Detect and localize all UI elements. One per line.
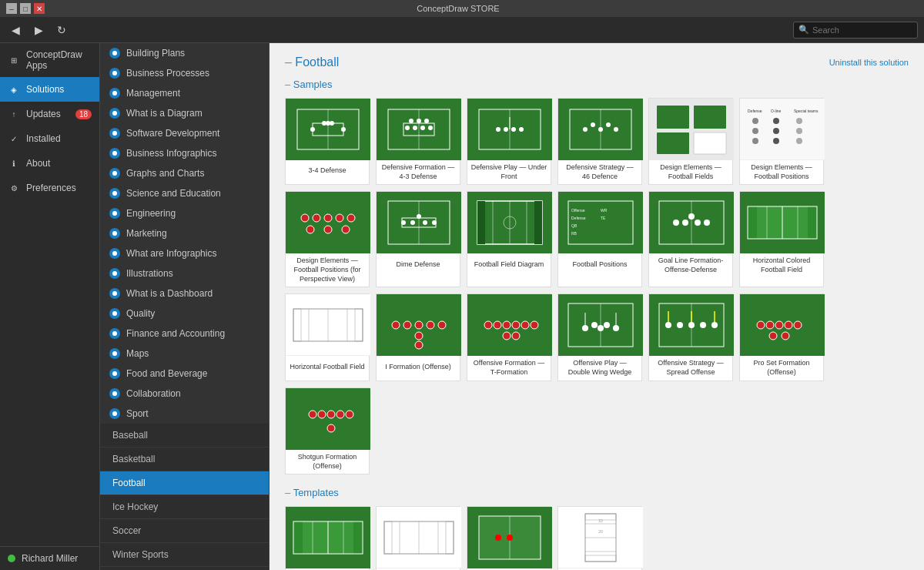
svg-point-45 xyxy=(752,118,758,124)
template-card-1[interactable]: Horizontal Football Field xyxy=(376,506,460,570)
svg-point-151 xyxy=(766,321,774,329)
sidebar-item-updates[interactable]: ↑ Updates 18 xyxy=(0,102,99,126)
sidebar2-marketing[interactable]: Marketing xyxy=(100,223,269,243)
template-card-3[interactable]: 10 20 Simple Vertical Football Field xyxy=(557,506,642,570)
sidebar-item-preferences[interactable]: ⚙ Preferences xyxy=(0,176,99,200)
subitem-chess[interactable]: Chess xyxy=(100,567,269,570)
minimize-button[interactable]: – xyxy=(6,3,17,14)
templates-grid: Horizontal Colored Football Field xyxy=(285,506,909,570)
svg-point-122 xyxy=(503,321,511,329)
circle-icon-9 xyxy=(109,228,120,239)
svg-point-118 xyxy=(415,341,423,349)
maximize-button[interactable]: □ xyxy=(20,3,31,14)
sample-card-8[interactable]: Football Field Diagram xyxy=(467,191,551,287)
circle-icon-12 xyxy=(109,288,120,299)
sidebar2-dashboard[interactable]: What is a Dashboard xyxy=(100,283,269,303)
sample-card-7[interactable]: Dime Defense xyxy=(376,191,460,287)
thumb-11 xyxy=(740,192,825,253)
sample-card-10[interactable]: Goal Line Formation-Offense-Defense xyxy=(648,191,733,287)
svg-point-152 xyxy=(775,321,783,329)
search-input[interactable] xyxy=(812,25,912,35)
sidebar-item-installed[interactable]: ✓ Installed xyxy=(0,126,99,151)
template-card-0[interactable]: Horizontal Colored Football Field xyxy=(285,506,370,570)
label-14: Offensive Formation — T-Formation xyxy=(467,356,551,380)
sidebar2-building-plans[interactable]: Building Plans xyxy=(100,43,269,63)
forward-button[interactable]: ▶ xyxy=(29,21,48,39)
sidebar2-illustrations[interactable]: Illustrations xyxy=(100,263,269,283)
sample-card-15[interactable]: Offensive Play — Double Wing Wedge xyxy=(557,293,642,381)
svg-point-59 xyxy=(347,214,355,222)
sidebar2-finance[interactable]: Finance and Accounting xyxy=(100,324,269,344)
sidebar2-food[interactable]: Food and Beverage xyxy=(100,364,269,384)
sample-card-9[interactable]: Offense Defense QB RB WR TE Football Pos… xyxy=(557,191,642,287)
template-card-2[interactable]: Sideline View Football Field xyxy=(467,506,551,570)
svg-point-113 xyxy=(403,321,411,329)
subitem-basketball[interactable]: Basketball xyxy=(100,448,269,471)
svg-point-52 xyxy=(773,138,779,144)
svg-text:RB: RB xyxy=(571,231,578,236)
sample-card-0[interactable]: 3-4 Defense xyxy=(285,98,370,185)
sample-card-16[interactable]: Offensive Strategy — Spread Offense xyxy=(648,293,733,381)
sidebar2-science[interactable]: Science and Education xyxy=(100,183,269,203)
svg-point-26 xyxy=(519,127,524,132)
sidebar-item-apps[interactable]: ⊞ ConceptDraw Apps xyxy=(0,43,99,77)
sample-card-3[interactable]: Defensive Strategy — 46 Defence xyxy=(557,98,642,185)
svg-point-116 xyxy=(438,321,446,329)
subitem-baseball[interactable]: Baseball xyxy=(100,424,269,448)
thumb-12 xyxy=(286,294,370,356)
svg-point-49 xyxy=(773,128,779,134)
back-button[interactable]: ◀ xyxy=(6,21,25,39)
subitem-soccer[interactable]: Soccer xyxy=(100,519,269,543)
sample-card-13[interactable]: I Formation (Offense) xyxy=(376,293,460,381)
sidebar-item-solutions[interactable]: ◈ Solutions xyxy=(0,77,99,102)
label-0: 3-4 Defense xyxy=(286,160,369,182)
svg-point-32 xyxy=(591,122,595,127)
subitem-winter-sports[interactable]: Winter Sports xyxy=(100,543,269,567)
svg-point-18 xyxy=(417,119,421,123)
sidebar2-what-diagram[interactable]: What is a Diagram xyxy=(100,103,269,123)
sidebar2-sport[interactable]: Sport xyxy=(100,404,269,424)
sidebar2-engineering[interactable]: Engineering xyxy=(100,203,269,223)
sample-card-12[interactable]: Horizontal Football Field xyxy=(285,293,370,381)
svg-point-158 xyxy=(309,411,316,418)
svg-point-57 xyxy=(324,214,332,222)
sidebar2-management[interactable]: Management xyxy=(100,83,269,103)
circle-icon-4 xyxy=(109,128,120,139)
sample-card-6[interactable]: Design Elements — Football Positions (fo… xyxy=(285,191,370,287)
thumb-17 xyxy=(740,294,825,356)
svg-point-161 xyxy=(336,411,344,418)
thumb-18 xyxy=(286,388,370,450)
sidebar2-software[interactable]: Software Development xyxy=(100,123,269,143)
sample-card-5[interactable]: Defense O-line Special teams xyxy=(739,98,824,185)
svg-point-51 xyxy=(752,138,758,144)
sidebar2-graphs[interactable]: Graphs and Charts xyxy=(100,163,269,183)
svg-point-34 xyxy=(606,122,611,127)
subitem-football[interactable]: Football xyxy=(100,471,269,495)
sample-card-1[interactable]: Defensive Formation — 4-3 Defense xyxy=(376,98,460,185)
subitem-ice-hockey[interactable]: Ice Hockey xyxy=(100,495,269,519)
sidebar2-quality[interactable]: Quality xyxy=(100,303,269,324)
sample-card-4[interactable]: Design Elements — Football Fields xyxy=(648,98,733,185)
sidebar2-infographics[interactable]: Business Infographics xyxy=(100,143,269,163)
sample-card-14[interactable]: Offensive Formation — T-Formation xyxy=(467,293,551,381)
sidebar2-what-infographics[interactable]: What are Infographics xyxy=(100,243,269,263)
sample-card-2[interactable]: Defensive Play — Under Front xyxy=(467,98,551,185)
svg-point-46 xyxy=(773,118,779,124)
label-15: Offensive Play — Double Wing Wedge xyxy=(558,356,641,380)
label-13: I Formation (Offense) xyxy=(377,356,460,377)
sample-card-11[interactable]: Horizontal Colored Football Field xyxy=(739,191,824,287)
uninstall-link[interactable]: Uninstall this solution xyxy=(829,58,909,67)
close-button[interactable]: ✕ xyxy=(34,3,45,14)
sidebar2-business-processes[interactable]: Business Processes xyxy=(100,63,269,83)
sample-card-18[interactable]: Shotgun Formation (Offense) xyxy=(285,387,370,474)
svg-point-112 xyxy=(392,321,400,329)
sample-card-17[interactable]: Pro Set Formation (Offense) xyxy=(739,293,824,381)
sidebar2-maps[interactable]: Maps xyxy=(100,344,269,364)
refresh-button[interactable]: ↻ xyxy=(52,21,71,39)
svg-point-144 xyxy=(700,322,706,328)
sidebar-item-about[interactable]: ℹ About xyxy=(0,151,99,176)
sidebar2-collaboration[interactable]: Collaboration xyxy=(100,384,269,404)
left-sidebar: ⊞ ConceptDraw Apps ◈ Solutions ↑ Updates… xyxy=(0,43,100,570)
svg-point-7 xyxy=(330,121,334,126)
search-box: 🔍 xyxy=(793,22,918,39)
